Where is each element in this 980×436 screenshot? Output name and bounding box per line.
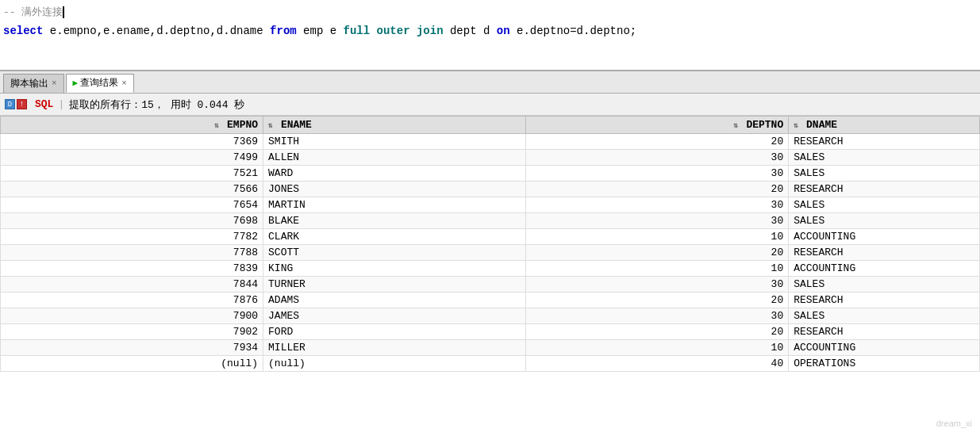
table-row: 7566JONES20RESEARCH	[1, 182, 980, 197]
tab-script-output-close[interactable]: ×	[52, 78, 57, 88]
cell-dname: SALES	[789, 166, 980, 182]
table-row: 7839KING10ACCOUNTING	[1, 261, 980, 277]
cell-empno: 7499	[1, 150, 263, 166]
cell-deptno: 40	[526, 356, 789, 372]
cell-deptno: 20	[526, 324, 789, 340]
kw-on: on	[497, 25, 510, 37]
sort-icon-empno: ⇅	[214, 121, 219, 130]
table-row: 7782CLARK10ACCOUNTING	[1, 229, 980, 245]
tab-query-results-close[interactable]: ×	[121, 78, 127, 88]
cell-empno: (null)	[1, 356, 263, 372]
cell-dname: SALES	[789, 277, 980, 293]
results-table-wrap: ⇅ EMPNO ⇅ ENAME ⇅ DEPTNO ⇅ DNAME 7369SMI…	[0, 116, 980, 372]
col-header-deptno[interactable]: ⇅ DEPTNO	[526, 117, 789, 134]
cell-dname: SALES	[789, 213, 980, 229]
sql-code-line: select e.empno,e.ename,d.deptno,d.dname …	[3, 21, 977, 41]
table-row: 7698BLAKE30SALES	[1, 213, 980, 229]
cell-empno: 7839	[1, 261, 263, 277]
cell-deptno: 30	[526, 150, 789, 166]
cell-ename: BLAKE	[263, 213, 526, 229]
sort-icon-deptno: ⇅	[734, 121, 739, 130]
col-header-ename[interactable]: ⇅ ENAME	[263, 117, 526, 134]
cell-deptno: 30	[526, 213, 789, 229]
table-body: 7369SMITH20RESEARCH7499ALLEN30SALES7521W…	[1, 134, 980, 372]
tab-query-results-label: 查询结果	[80, 76, 118, 90]
tab-script-output-label: 脚本输出	[10, 77, 48, 90]
sort-icon-ename: ⇅	[268, 121, 273, 130]
results-table: ⇅ EMPNO ⇅ ENAME ⇅ DEPTNO ⇅ DNAME 7369SMI…	[0, 116, 980, 372]
sql-comment: -- 满外连接	[3, 5, 977, 21]
sql-columns: e.empno,e.ename,d.deptno,d.dname	[50, 25, 270, 37]
cell-dname: ACCOUNTING	[789, 261, 980, 277]
cell-dname: RESEARCH	[789, 182, 980, 197]
cell-deptno: 20	[526, 182, 789, 197]
tab-bar: 脚本输出 × ▶ 查询结果 ×	[0, 71, 980, 94]
cell-deptno: 10	[526, 340, 789, 356]
table-row: 7900JAMES30SALES	[1, 308, 980, 324]
cell-deptno: 10	[526, 229, 789, 245]
cell-empno: 7566	[1, 182, 263, 197]
cell-ename: MARTIN	[263, 197, 526, 213]
cell-deptno: 10	[526, 261, 789, 277]
cell-ename: KING	[263, 261, 526, 277]
cell-deptno: 20	[526, 245, 789, 261]
sql-editor[interactable]: -- 满外连接 select e.empno,e.ename,d.deptno,…	[0, 0, 980, 71]
cell-ename: JONES	[263, 182, 526, 197]
cell-dname: SALES	[789, 150, 980, 166]
cell-dname: SALES	[789, 197, 980, 213]
cell-dname: SALES	[789, 308, 980, 324]
cell-dname: RESEARCH	[789, 245, 980, 261]
cell-ename: FORD	[263, 324, 526, 340]
table-header-row: ⇅ EMPNO ⇅ ENAME ⇅ DEPTNO ⇅ DNAME	[1, 117, 980, 134]
kw-from: from	[270, 25, 297, 37]
cell-deptno: 30	[526, 277, 789, 293]
sql-from-table: emp e	[303, 25, 343, 37]
tab-script-output[interactable]: 脚本输出 ×	[3, 74, 64, 93]
cell-empno: 7876	[1, 293, 263, 308]
cell-ename: (null)	[263, 356, 526, 372]
sort-icon-dname: ⇅	[794, 121, 798, 130]
cell-dname: OPERATIONS	[789, 356, 980, 372]
cell-empno: 7654	[1, 197, 263, 213]
cell-deptno: 30	[526, 166, 789, 182]
cell-empno: 7782	[1, 229, 263, 245]
cell-ename: ALLEN	[263, 150, 526, 166]
table-row: 7844TURNER30SALES	[1, 277, 980, 293]
status-message: 提取的所有行：15， 用时 0.044 秒	[69, 98, 244, 112]
cell-dname: ACCOUNTING	[789, 340, 980, 356]
cell-empno: 7902	[1, 324, 263, 340]
sql-on-condition: e.deptno=d.deptno;	[517, 25, 636, 37]
cell-dname: ACCOUNTING	[789, 229, 980, 245]
db-icon: D	[5, 99, 15, 109]
cell-ename: WARD	[263, 166, 526, 182]
cell-ename: SCOTT	[263, 245, 526, 261]
table-row: 7876ADAMS20RESEARCH	[1, 293, 980, 308]
cell-ename: SMITH	[263, 134, 526, 150]
table-row: 7788SCOTT20RESEARCH	[1, 245, 980, 261]
kw-select: select	[3, 25, 43, 37]
cell-empno: 7788	[1, 245, 263, 261]
table-row: 7521WARD30SALES	[1, 166, 980, 182]
table-row: 7369SMITH20RESEARCH	[1, 134, 980, 150]
table-row: 7934MILLER10ACCOUNTING	[1, 340, 980, 356]
cell-dname: RESEARCH	[789, 134, 980, 150]
cell-empno: 7844	[1, 277, 263, 293]
table-row: 7654MARTIN30SALES	[1, 197, 980, 213]
pipe-separator: |	[58, 98, 64, 110]
kw-full-outer-join: full outer join	[344, 25, 444, 37]
table-row: 7499ALLEN30SALES	[1, 150, 980, 166]
status-icons: D !	[5, 99, 29, 109]
cell-empno: 7934	[1, 340, 263, 356]
table-row: 7902FORD20RESEARCH	[1, 324, 980, 340]
col-header-empno[interactable]: ⇅ EMPNO	[1, 117, 263, 134]
cell-ename: ADAMS	[263, 293, 526, 308]
cell-empno: 7369	[1, 134, 263, 150]
cell-ename: CLARK	[263, 229, 526, 245]
sql-keyword-label: SQL	[35, 98, 53, 110]
tab-query-results[interactable]: ▶ 查询结果 ×	[66, 74, 134, 93]
col-header-dname[interactable]: ⇅ DNAME	[789, 117, 980, 134]
cell-ename: JAMES	[263, 308, 526, 324]
cell-deptno: 20	[526, 293, 789, 308]
cell-empno: 7900	[1, 308, 263, 324]
status-bar: D ! SQL | 提取的所有行：15， 用时 0.044 秒	[0, 94, 980, 116]
